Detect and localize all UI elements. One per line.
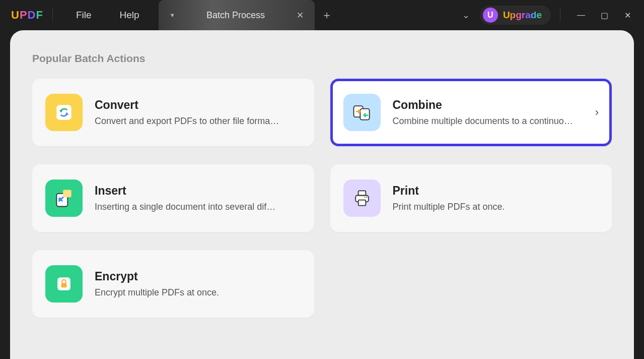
card-title: Insert (95, 184, 301, 198)
svg-rect-0 (56, 105, 71, 119)
avatar: U (483, 8, 498, 23)
window-maximize-icon[interactable]: ▢ (593, 11, 616, 20)
window-close-icon[interactable]: ✕ (616, 11, 639, 20)
svg-point-9 (366, 197, 367, 198)
insert-icon (45, 180, 83, 217)
upgrade-button[interactable]: U Upgrade (480, 6, 551, 25)
menu-help[interactable]: Help (106, 10, 154, 21)
combine-icon (343, 94, 381, 131)
action-card-print[interactable]: Print Print multiple PDFs at once. (330, 164, 612, 232)
convert-icon (45, 94, 83, 131)
card-desc: Convert and export PDFs to other file fo… (95, 116, 301, 127)
svg-rect-4 (63, 190, 71, 198)
titlebar-right: ⌄ U Upgrade — ▢ ✕ (452, 0, 639, 30)
card-title: Print (393, 184, 599, 198)
svg-rect-6 (358, 191, 366, 195)
print-icon (343, 180, 381, 217)
section-title: Popular Batch Actions (32, 52, 612, 65)
card-title: Encrypt (95, 270, 301, 283)
divider (52, 9, 53, 22)
card-title: Convert (95, 98, 301, 112)
menu-file[interactable]: File (62, 10, 106, 21)
tab-batch-process[interactable]: ▼ Batch Process ✕ (159, 0, 315, 30)
tabstrip: ▼ Batch Process ✕ ＋ (159, 0, 339, 30)
svg-rect-7 (358, 200, 366, 206)
encrypt-icon (45, 265, 83, 303)
card-desc: Encrypt multiple PDFs at once. (95, 287, 301, 298)
chevron-right-icon: › (591, 106, 599, 119)
action-card-encrypt[interactable]: Encrypt Encrypt multiple PDFs at once. (32, 250, 314, 318)
svg-rect-11 (61, 283, 67, 287)
upgrade-label: Upgrade (503, 10, 542, 21)
titlebar: UPDF File Help ▼ Batch Process ✕ ＋ ⌄ U U… (0, 0, 644, 30)
action-card-insert[interactable]: Insert Inserting a single document into … (32, 164, 314, 232)
actions-grid: Convert Convert and export PDFs to other… (32, 79, 612, 318)
window-minimize-icon[interactable]: — (569, 11, 593, 20)
card-desc: Inserting a single document into several… (95, 202, 301, 212)
tab-menu-icon[interactable]: ▼ (170, 12, 175, 18)
card-desc: Print multiple PDFs at once. (393, 202, 599, 212)
svg-point-8 (364, 197, 366, 198)
tabs-overflow-icon[interactable]: ⌄ (452, 10, 480, 21)
page-body: Popular Batch Actions Convert Convert an… (10, 30, 634, 359)
tab-add-button[interactable]: ＋ (315, 0, 339, 30)
divider (560, 9, 560, 22)
app-logo: UPDF (11, 9, 43, 22)
action-card-convert[interactable]: Convert Convert and export PDFs to other… (32, 79, 314, 146)
card-desc: Combine multiple documents to a continuo… (393, 116, 579, 127)
tab-title: Batch Process (182, 10, 290, 21)
card-title: Combine (393, 98, 579, 112)
action-card-combine[interactable]: Combine Combine multiple documents to a … (330, 79, 612, 146)
tab-close-icon[interactable]: ✕ (297, 10, 304, 21)
